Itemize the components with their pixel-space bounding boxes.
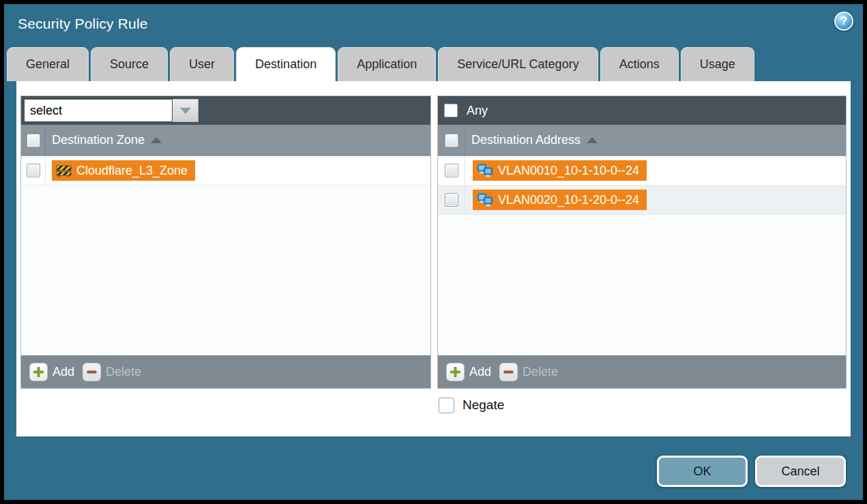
zone-add-label: Add <box>53 365 74 379</box>
address-network-icon <box>477 164 493 177</box>
any-label: Any <box>467 104 488 118</box>
delete-minus-icon <box>83 363 101 381</box>
add-plus-icon <box>446 363 465 381</box>
zone-panel-footer: Add Delete <box>21 355 430 388</box>
zone-column-header: Destination Zone <box>21 125 430 156</box>
zone-list: Cloudflare_L3_Zone <box>21 156 430 355</box>
destination-zone-panel: Destination Zone <box>20 95 431 389</box>
tab-bar: General Source User Destination Applicat… <box>7 47 754 81</box>
tab-general[interactable]: General <box>7 47 89 81</box>
cancel-button[interactable]: Cancel <box>755 456 846 487</box>
tab-user[interactable]: User <box>170 47 234 81</box>
address-list: VLAN0010_10-1-10-0--24 <box>438 156 846 355</box>
chevron-down-icon <box>180 108 191 114</box>
zone-item[interactable]: Cloudflare_L3_Zone <box>52 160 195 181</box>
address-column-label[interactable]: Destination Address <box>471 133 581 147</box>
tab-application[interactable]: Application <box>338 47 436 81</box>
negate-label: Negate <box>462 398 504 413</box>
address-row-checkbox[interactable] <box>445 164 458 177</box>
destination-tab-content: Destination Zone <box>16 81 851 436</box>
address-row-checkbox[interactable] <box>445 193 458 207</box>
address-item[interactable]: VLAN0010_10-1-10-0--24 <box>473 160 647 181</box>
table-row: VLAN0010_10-1-10-0--24 <box>438 156 846 186</box>
delete-minus-icon <box>499 363 518 381</box>
tab-actions[interactable]: Actions <box>600 47 679 81</box>
address-select-all-checkbox[interactable] <box>445 134 458 147</box>
zone-delete-label: Delete <box>106 365 141 379</box>
dialog-title: Security Policy Rule <box>18 16 148 32</box>
zone-barricade-icon <box>56 164 72 177</box>
any-checkbox[interactable] <box>444 104 458 117</box>
address-item-label: VLAN0020_10-1-20-0--24 <box>498 193 639 207</box>
destination-address-panel: Any Destination Address <box>437 95 847 389</box>
table-row: VLAN0020_10-1-20-0--24 <box>438 186 846 215</box>
address-add-button[interactable]: Add <box>446 363 491 381</box>
security-policy-rule-dialog: Security Policy Rule ? General Source Us… <box>4 4 863 500</box>
zone-item-label: Cloudflare_L3_Zone <box>76 164 188 178</box>
tab-destination[interactable]: Destination <box>236 47 336 81</box>
zone-select-dropdown-button[interactable] <box>173 99 199 122</box>
ok-button[interactable]: OK <box>657 456 748 487</box>
zone-select-input[interactable] <box>24 99 173 122</box>
address-delete-label: Delete <box>523 365 558 379</box>
zone-add-button[interactable]: Add <box>29 363 74 381</box>
zone-select-all-checkbox[interactable] <box>27 134 40 147</box>
address-network-icon <box>477 193 493 207</box>
help-icon[interactable]: ? <box>834 12 853 31</box>
zone-delete-button[interactable]: Delete <box>83 363 141 381</box>
address-panel-footer: Add Delete <box>438 355 846 388</box>
address-add-label: Add <box>469 365 491 379</box>
tab-source[interactable]: Source <box>91 47 168 81</box>
zone-column-label[interactable]: Destination Zone <box>52 133 145 147</box>
tab-service-url-category[interactable]: Service/URL Category <box>438 47 598 81</box>
negate-row: Negate <box>439 396 504 414</box>
address-panel-toolbar: Any <box>438 96 846 125</box>
sort-ascending-icon[interactable] <box>587 137 598 143</box>
zone-panel-toolbar <box>21 96 430 125</box>
address-column-header: Destination Address <box>438 125 846 156</box>
address-delete-button[interactable]: Delete <box>499 363 558 381</box>
sort-ascending-icon[interactable] <box>151 137 162 143</box>
zone-row-checkbox[interactable] <box>27 164 40 177</box>
address-item[interactable]: VLAN0020_10-1-20-0--24 <box>473 190 647 210</box>
address-item-label: VLAN0010_10-1-10-0--24 <box>498 164 639 178</box>
negate-checkbox[interactable] <box>439 398 454 413</box>
table-row: Cloudflare_L3_Zone <box>21 156 430 186</box>
title-bar: Security Policy Rule ? <box>4 4 863 46</box>
zone-select-combo <box>24 99 199 122</box>
tab-usage[interactable]: Usage <box>681 47 754 81</box>
add-plus-icon <box>29 363 48 381</box>
